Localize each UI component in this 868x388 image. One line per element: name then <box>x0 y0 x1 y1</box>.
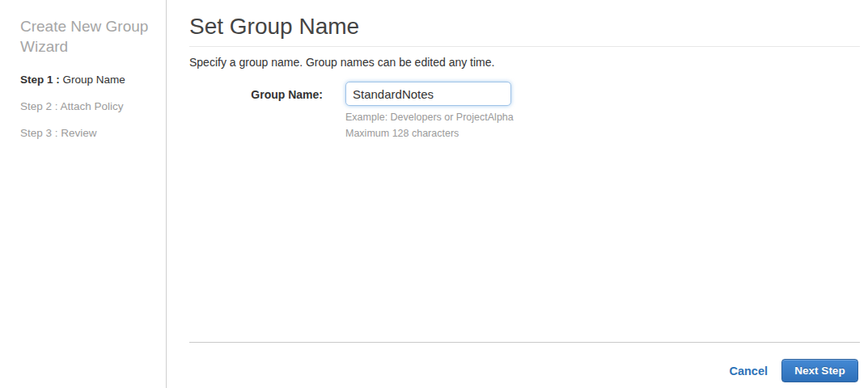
page-title: Set Group Name <box>189 14 860 47</box>
page-description: Specify a group name. Group names can be… <box>189 56 860 69</box>
step-3-label: Review <box>61 127 96 139</box>
next-step-button[interactable]: Next Step <box>781 359 858 382</box>
wizard-step-attach-policy: Step 2 : Attach Policy <box>20 101 150 112</box>
group-name-hint-example: Example: Developers or ProjectAlpha <box>345 110 514 124</box>
wizard-sidebar: Create New Group Wizard Step 1 : Group N… <box>0 0 167 388</box>
wizard-main-panel: Set Group Name Specify a group name. Gro… <box>167 0 868 388</box>
footer-divider <box>189 342 860 343</box>
step-2-prefix: Step 2 : <box>20 100 58 112</box>
step-2-label: Attach Policy <box>61 100 124 112</box>
wizard-footer: Cancel Next Step <box>729 359 858 382</box>
group-name-input[interactable] <box>345 82 511 106</box>
wizard-title: Create New Group Wizard <box>20 16 150 57</box>
step-1-label: Group Name <box>63 74 125 86</box>
group-name-field: Example: Developers or ProjectAlpha Maxi… <box>345 82 514 141</box>
group-name-form-row: Group Name: Example: Developers or Proje… <box>189 82 860 141</box>
group-name-label: Group Name: <box>189 82 323 141</box>
wizard-step-review: Step 3 : Review <box>20 128 150 139</box>
step-3-prefix: Step 3 : <box>20 127 58 139</box>
create-group-wizard-window: Create New Group Wizard Step 1 : Group N… <box>0 0 868 388</box>
cancel-button[interactable]: Cancel <box>729 365 768 377</box>
step-1-prefix: Step 1 : <box>20 74 60 86</box>
wizard-step-group-name: Step 1 : Group Name <box>20 74 150 86</box>
group-name-hint-max: Maximum 128 characters <box>345 126 514 141</box>
